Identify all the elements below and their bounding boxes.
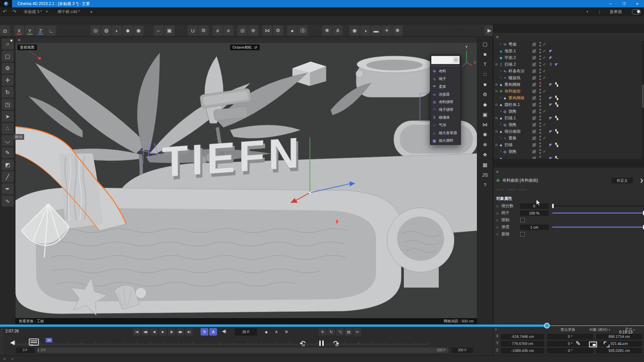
section-tab[interactable] xyxy=(507,189,516,190)
enable-dots[interactable] xyxy=(539,62,541,67)
object-name[interactable]: 倒角 xyxy=(508,149,517,155)
object-tree-row[interactable]: └ ◍ 倒角 ✓ xyxy=(493,108,644,115)
expand-icon[interactable]: ⊟ xyxy=(494,103,498,106)
object-name[interactable]: 地形.1 xyxy=(504,48,516,54)
layer-color-box[interactable] xyxy=(532,136,536,140)
expand-icon[interactable]: └ xyxy=(498,136,502,140)
grip-icon[interactable]: ≡ xyxy=(496,169,499,174)
key-diamond-icon[interactable]: ◇ xyxy=(496,232,501,236)
object-tree-row[interactable]: └ ⊘ 弯曲 ✓ xyxy=(493,41,644,48)
tag-icon[interactable]: ◤ xyxy=(549,129,552,134)
expand-icon[interactable]: └ xyxy=(498,110,502,113)
position-input[interactable]: -1089.435 cm xyxy=(501,348,544,354)
comment-icon[interactable] xyxy=(29,339,39,346)
expand-checkbox[interactable] xyxy=(520,232,525,237)
object-tree-row[interactable]: └ ∿ 样条布尔 ✓ xyxy=(493,68,644,74)
expand-icon[interactable]: ⊟ xyxy=(494,130,498,133)
current-frame-field[interactable]: 26 F xyxy=(235,328,257,336)
size-input[interactable]: 935.0281 cm xyxy=(596,348,642,354)
expand-icon[interactable]: └ xyxy=(498,76,502,79)
object-name[interactable]: 样条布尔 xyxy=(508,68,525,74)
layer-color-box[interactable] xyxy=(532,96,536,100)
expand-icon[interactable]: ⊟ xyxy=(494,116,498,120)
speaker-icon[interactable]: ◀) xyxy=(10,339,15,346)
tag-icon[interactable]: ⊼ xyxy=(549,62,552,67)
expand-icon[interactable]: ⊟ xyxy=(494,89,498,93)
enable-dots[interactable] xyxy=(539,142,541,147)
rotation-input[interactable]: 0 ° xyxy=(547,341,593,347)
expand-icon[interactable]: └ xyxy=(498,123,502,126)
enable-dots[interactable] xyxy=(539,129,541,134)
tag-icon[interactable]: ◤ xyxy=(549,103,552,107)
key-diamond-icon[interactable]: ◇ xyxy=(496,211,501,215)
viewport-canvas[interactable]: TIEFN TIEFN xyxy=(15,43,477,318)
tag-icon[interactable]: ◤ xyxy=(555,62,558,67)
fullscreen-button[interactable] xyxy=(604,342,609,347)
layer-color-box[interactable] xyxy=(532,103,536,107)
grip-icon[interactable]: ≡ xyxy=(496,35,499,40)
tag-icon[interactable]: ▚ xyxy=(555,116,558,120)
expand-icon[interactable]: └ xyxy=(498,150,502,153)
enable-dots[interactable] xyxy=(539,89,541,94)
tag-icon[interactable]: ◤ xyxy=(549,96,552,100)
document-tab[interactable]: 未标题 3 * ✕ xyxy=(19,7,53,16)
tag-icon[interactable]: ◤ xyxy=(549,49,552,53)
new-interface-button[interactable]: 新界面 xyxy=(610,9,622,15)
layer-color-box[interactable] xyxy=(532,123,536,127)
layer-color-box[interactable] xyxy=(532,89,536,93)
layer-color-box[interactable] xyxy=(532,143,536,147)
close-button[interactable]: ✕ xyxy=(631,0,644,7)
object-name[interactable]: 平面.2 xyxy=(504,55,516,61)
tag-icon[interactable]: ▚ xyxy=(555,129,558,134)
enable-dots[interactable] xyxy=(539,75,541,80)
panel-expand-chevron[interactable]: › xyxy=(640,174,643,186)
current-frame-marker[interactable]: 26 xyxy=(46,338,52,343)
enable-dots[interactable] xyxy=(539,149,541,154)
tag-icon[interactable]: ▚ xyxy=(555,143,558,147)
layer-color-box[interactable] xyxy=(532,83,536,86)
object-tree-row[interactable]: ▲ ✓ ◤ ▚ xyxy=(493,155,644,159)
layer-color-box[interactable] xyxy=(532,150,536,154)
preset-dropdown[interactable]: 自定义 xyxy=(611,178,633,183)
thickness-slider[interactable] xyxy=(552,227,644,228)
tag-icon[interactable]: ▚ xyxy=(555,103,558,107)
object-tree-row[interactable]: ⊟ ▲ 扫描.1 ✓ ◤ ▚ xyxy=(493,115,644,121)
enable-dots[interactable] xyxy=(539,69,541,73)
enable-dots[interactable] xyxy=(539,82,541,87)
layer-color-box[interactable] xyxy=(532,76,536,80)
pause-button[interactable] xyxy=(319,341,324,346)
enable-dots[interactable] xyxy=(539,49,541,53)
video-progress-knob[interactable] xyxy=(544,323,550,328)
tag-icon[interactable]: ◤ xyxy=(549,82,552,87)
range-start-field[interactable]: 0 F xyxy=(16,348,34,353)
object-tree-row[interactable]: ⊟ ∫ 扫描.2 ✓ ⊼ ◤ xyxy=(493,61,644,68)
tag-icon[interactable]: ▚ xyxy=(555,96,558,100)
enable-dots[interactable] xyxy=(539,156,541,159)
enable-dots[interactable] xyxy=(539,116,541,120)
rewind-10-button[interactable]: ↶ 10 xyxy=(300,339,306,348)
enable-dots[interactable] xyxy=(539,96,541,100)
enable-dots[interactable] xyxy=(539,55,541,60)
layer-color-box[interactable] xyxy=(532,49,536,53)
object-name[interactable]: 扫描.2 xyxy=(504,62,516,67)
section-tab[interactable] xyxy=(518,189,527,190)
object-tree-row[interactable]: └ ◍ 倒角 ✓ xyxy=(493,148,644,155)
view-label[interactable]: 透视视图 xyxy=(17,45,37,50)
object-tree-row[interactable]: └ ≈ 置换 ✓ xyxy=(493,135,644,141)
manager-tab[interactable] xyxy=(505,24,518,33)
layer-color-box[interactable] xyxy=(532,116,536,120)
coordinate-mode-dropdown[interactable]: 对象 (相对) ▾ xyxy=(589,327,610,332)
object-tree-row[interactable]: ⊟ ▲ 扫描 ✓ ◤ ▚ xyxy=(493,141,644,148)
preview-range-bar[interactable]: 0 F 300 F xyxy=(37,348,449,353)
key-diamond-icon[interactable]: ◇ xyxy=(496,204,501,208)
expand-icon[interactable]: └ xyxy=(498,96,502,100)
layer-color-box[interactable] xyxy=(532,56,536,60)
layer-color-box[interactable] xyxy=(532,130,536,133)
range-handle-right[interactable] xyxy=(38,348,39,352)
key-diamond-icon[interactable]: ◇ xyxy=(496,225,501,229)
expand-icon[interactable]: ⊟ xyxy=(494,63,498,66)
layer-color-box[interactable] xyxy=(532,157,536,159)
object-name[interactable]: 扫描 xyxy=(504,142,513,148)
object-name[interactable]: 重构网格 xyxy=(508,95,525,101)
camera-label[interactable]: Octane相机 ⇄ xyxy=(230,45,260,50)
